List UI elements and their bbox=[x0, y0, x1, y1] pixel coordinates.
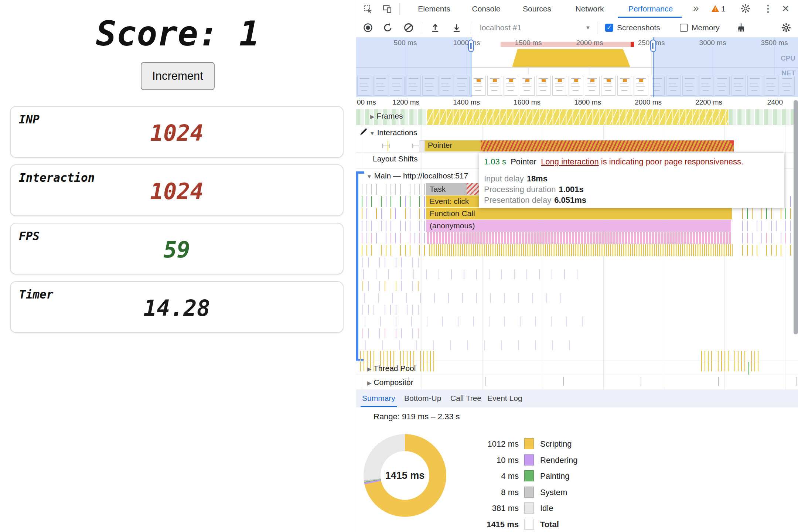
metric-card-timer: Timer14.28 bbox=[10, 281, 344, 333]
performance-toolbar: localhost #1 ▼ ✓ Screenshots Memory bbox=[356, 18, 798, 38]
overview-ruler-label: 3000 ms bbox=[699, 39, 726, 47]
screenshot-thumbnail[interactable] bbox=[487, 76, 502, 96]
tooltip-duration: 1.03 s bbox=[484, 157, 506, 166]
overview-ruler-label: 1500 ms bbox=[515, 39, 542, 47]
expand-arrow-icon[interactable]: ▶ bbox=[367, 366, 372, 372]
tooltip-metric-row: Processing duration1.001s bbox=[484, 185, 584, 194]
tab-performance[interactable]: Performance bbox=[620, 0, 681, 17]
legend-label: System bbox=[540, 488, 567, 497]
interactions-track-header[interactable]: ▼ Interactions bbox=[369, 128, 417, 137]
collect-garbage-icon[interactable] bbox=[736, 23, 746, 33]
interaction-tooltip: 1.03 s Pointer Long interaction is indic… bbox=[479, 153, 784, 208]
flame-task[interactable]: Task bbox=[426, 183, 467, 195]
frames-partial-strip bbox=[427, 109, 728, 125]
bottom-tab-call-tree[interactable]: Call Tree bbox=[450, 389, 481, 407]
demo-app: Score: 1 Increment INP1024Interaction102… bbox=[0, 0, 355, 532]
card-value: 1024 bbox=[11, 120, 343, 146]
increment-button[interactable]: Increment bbox=[141, 62, 215, 90]
compositor-track-header[interactable]: ▶ Compositor bbox=[367, 378, 413, 387]
screenshots-checkbox[interactable]: ✓ bbox=[605, 24, 613, 32]
legend-value: 381 ms bbox=[471, 504, 519, 513]
legend-value: 8 ms bbox=[471, 488, 519, 497]
main-ruler-label: 1800 ms bbox=[574, 98, 601, 106]
legend-label: Painting bbox=[540, 471, 570, 481]
inspect-element-icon[interactable] bbox=[363, 4, 373, 14]
chevron-down-icon[interactable]: ▼ bbox=[585, 24, 591, 31]
tab-sources[interactable]: Sources bbox=[517, 0, 557, 17]
card-value: 14.28 bbox=[11, 295, 343, 321]
screenshot-thumbnail[interactable] bbox=[504, 76, 518, 96]
collapse-arrow-icon[interactable]: ▼ bbox=[369, 130, 375, 136]
screenshot-thumbnail[interactable] bbox=[634, 76, 648, 96]
record-icon[interactable] bbox=[363, 23, 373, 33]
legend-value: 1012 ms bbox=[471, 439, 519, 449]
main-ruler-label: 1400 ms bbox=[453, 98, 480, 106]
screenshot-thumbnail[interactable] bbox=[569, 76, 583, 96]
screenshot-thumbnail[interactable] bbox=[585, 76, 600, 96]
legend-color-chip bbox=[524, 519, 534, 530]
memory-checkbox[interactable] bbox=[680, 24, 688, 32]
capture-settings-gear-icon[interactable] bbox=[781, 23, 791, 33]
screenshot-thumbnail[interactable] bbox=[520, 76, 535, 96]
thread-pool-track-header[interactable]: ▶ Thread Pool bbox=[367, 364, 416, 373]
bottom-tab-summary[interactable]: Summary bbox=[362, 389, 395, 407]
tab-network[interactable]: Network bbox=[569, 0, 611, 17]
screenshot-thumbnail[interactable] bbox=[471, 76, 486, 96]
frames-track-header[interactable]: ▶ Frames bbox=[370, 112, 403, 120]
screenshot-thumbnail[interactable] bbox=[617, 76, 632, 96]
download-profile-icon[interactable] bbox=[451, 23, 462, 33]
layout-shifts-track-header[interactable]: Layout Shifts bbox=[373, 154, 417, 163]
main-thread-track-header[interactable]: ▼ Main — http://localhost:517 bbox=[366, 171, 468, 180]
collapse-arrow-icon[interactable]: ▼ bbox=[366, 173, 372, 180]
donut-total-label: 1415 ms bbox=[385, 470, 425, 481]
tab-console[interactable]: Console bbox=[465, 0, 507, 17]
devtools-panel: ElementsConsoleSourcesNetworkPerformance… bbox=[356, 0, 798, 532]
pointer-interaction-bar[interactable]: Pointer bbox=[419, 140, 734, 151]
upload-profile-icon[interactable] bbox=[430, 23, 440, 33]
tooltip-message: is indicating poor page responsiveness. bbox=[601, 157, 743, 166]
main-ruler-label: 2000 ms bbox=[635, 98, 662, 106]
legend-color-chip bbox=[524, 454, 534, 466]
settings-gear-icon[interactable] bbox=[740, 3, 751, 14]
card-value: 1024 bbox=[11, 178, 343, 204]
flame-js-calls-row[interactable] bbox=[427, 232, 731, 244]
summary-pane: Range: 919 ms – 2.33 s 1415 ms 1012 msSc… bbox=[356, 407, 798, 532]
device-toolbar-icon[interactable] bbox=[382, 4, 392, 14]
tab-elements[interactable]: Elements bbox=[412, 0, 457, 17]
close-devtools-icon[interactable]: ✕ bbox=[782, 3, 790, 14]
expand-arrow-icon[interactable]: ▶ bbox=[370, 113, 375, 120]
screenshot-thumbnail[interactable] bbox=[601, 76, 616, 96]
expand-arrow-icon[interactable]: ▶ bbox=[367, 380, 372, 386]
flame-anonymous[interactable]: (anonymous) bbox=[426, 220, 731, 232]
tooltip-metric-row: Input delay18ms bbox=[484, 174, 548, 184]
screenshot-thumbnail[interactable] bbox=[536, 76, 551, 96]
clear-recording-icon[interactable] bbox=[403, 23, 414, 33]
target-selector[interactable]: localhost #1 bbox=[480, 18, 521, 37]
metric-card-fps: FPS59 bbox=[10, 223, 344, 274]
more-tabs-icon[interactable]: » bbox=[693, 2, 699, 14]
overview-ruler-label: 3500 ms bbox=[761, 39, 788, 47]
reload-record-icon[interactable] bbox=[383, 23, 393, 33]
vertical-scrollbar[interactable] bbox=[794, 100, 798, 334]
bottom-tab-bottom-up[interactable]: Bottom-Up bbox=[404, 389, 441, 407]
flame-chart-view[interactable]: 00 ms1200 ms1400 ms1600 ms1800 ms2000 ms… bbox=[356, 97, 798, 389]
details-tab-bar: SummaryBottom-UpCall TreeEvent Log bbox=[356, 389, 798, 408]
timeline-overview[interactable]: CPU NET 500 ms1000 ms1500 ms2000 ms2500 … bbox=[356, 37, 798, 98]
main-ruler-label: 2400 bbox=[767, 98, 783, 106]
tooltip-metric-row: Presentation delay6.051ms bbox=[484, 195, 586, 205]
legend-label: Total bbox=[540, 520, 559, 529]
flame-microtasks-row[interactable] bbox=[429, 244, 733, 256]
legend-value: 1415 ms bbox=[471, 520, 519, 529]
long-interaction-link[interactable]: Long interaction bbox=[541, 157, 599, 166]
bottom-tab-event-log[interactable]: Event Log bbox=[487, 389, 522, 407]
kebab-menu-icon[interactable]: ⋮ bbox=[763, 3, 773, 14]
pointer-label: Pointer bbox=[428, 141, 453, 150]
main-ruler-label: 2200 ms bbox=[695, 98, 722, 106]
main-ruler-label: 00 ms bbox=[357, 98, 376, 106]
screenshot-thumbnail[interactable] bbox=[552, 76, 567, 96]
overview-ruler-label: 500 ms bbox=[394, 39, 417, 47]
flame-function-call[interactable]: Function Call bbox=[426, 208, 732, 219]
annotation-pencil-icon[interactable] bbox=[359, 127, 368, 136]
main-ruler-label: 1200 ms bbox=[392, 98, 419, 106]
legend-color-chip bbox=[524, 487, 534, 498]
